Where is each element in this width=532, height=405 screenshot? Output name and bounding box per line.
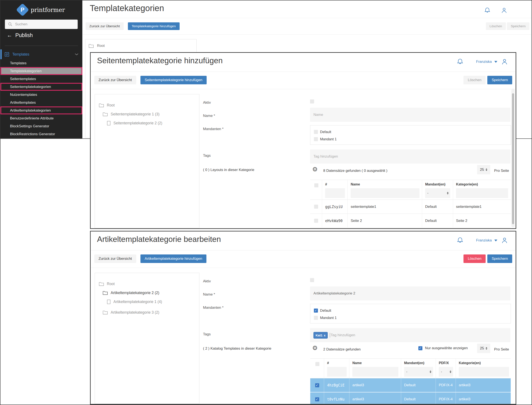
user-icon[interactable] [500,7,508,14]
sidebar-item-artikeltemplates[interactable]: Artikeltemplates [0,99,82,107]
sidebar-item-artikeltemplatekategorien[interactable]: Artikeltemplatekategorien [0,107,82,114]
column-header-id[interactable]: # [325,182,345,186]
name-filter-input[interactable] [351,188,419,198]
tree-item-category1[interactable]: Artikeltemplatekategorie 1 (4) [95,297,199,306]
dropdown-caret-icon[interactable] [494,61,497,63]
chevron-down-icon[interactable] [75,53,79,56]
add-templatecategory-button[interactable]: Templatekategorie hinzufügen [128,22,180,30]
sidebar-section-templates[interactable]: Templates [0,49,82,59]
dropdown-caret-icon[interactable] [494,240,497,242]
aktiv-checkbox[interactable] [310,99,314,103]
tags-input[interactable]: Kat1 x Tag hinzufügen [310,328,510,342]
kategorie-filter-input[interactable] [456,188,508,198]
name-filter-input[interactable] [352,367,398,377]
save-button[interactable]: Speichern [507,22,529,30]
user-icon[interactable] [501,58,508,66]
row-checkbox[interactable] [314,219,318,223]
id-filter-input[interactable] [325,188,345,198]
mandant-option-default[interactable]: Default [314,128,511,135]
table-row[interactable]: ggLZsyiU seitentemplate1 Default seitent… [310,200,511,214]
aktiv-checkbox[interactable] [310,278,314,282]
mandant-1-checkbox[interactable] [314,316,318,320]
sidebar-item-templatekategorien[interactable]: Templatekategorien [0,67,82,75]
gear-icon[interactable] [312,166,318,173]
back-to-overview-button[interactable]: Zurück zur Übersicht [94,76,136,84]
per-page-select[interactable]: 25 [477,344,490,353]
category-tree-panel: Root Artikeltemplatekategorie 2 (2) Arti… [95,273,200,404]
column-header-name[interactable]: Name [351,182,419,186]
column-header-kategorie[interactable]: Kategorie(en) [459,361,509,365]
delete-button[interactable]: Löschen [464,76,485,84]
back-to-overview-button[interactable]: Zurück zur Übersicht [86,22,124,30]
mandant-option-mandant1[interactable]: Mandant 1 [314,135,511,143]
pdfx-filter-select[interactable]: - [439,367,453,377]
mandant-option-default[interactable]: Default [314,307,511,314]
gear-icon[interactable] [312,344,318,351]
sidebar-item-blocksettings-generator[interactable]: BlockSettings Generator [0,122,82,130]
tree-item-category3[interactable]: Artikeltemplatekategorie 3 (2) [95,308,199,317]
column-header-mandant[interactable]: Mandant(en) [404,361,433,365]
user-name[interactable]: Franziska [476,60,492,64]
column-header-kategorie[interactable]: Kategorie(en) [456,182,508,186]
sidebar-search-input[interactable]: Suchen [5,20,78,29]
sidebar-item-nutzentemplates[interactable]: Nutzentemplates [0,91,82,99]
scrollbar-thumb[interactable] [512,93,514,224]
save-button[interactable]: Speichern [487,76,512,84]
user-icon[interactable] [501,236,508,244]
notifications-bell-icon[interactable] [456,58,464,65]
sidebar-item-blockrestrictions-generator[interactable]: BlockRestrictions Generator [0,130,82,138]
only-selected-checkbox[interactable] [418,346,422,350]
mandant-filter-select[interactable]: - [425,188,450,198]
row-checkbox[interactable] [315,397,319,401]
mandant-filter-select[interactable]: - [404,367,433,377]
sidebar-item-templates[interactable]: Templates [0,59,82,67]
save-button[interactable]: Speichern [487,255,512,263]
id-filter-input[interactable] [327,367,347,377]
tree-item-category2-selected[interactable]: Artikeltemplatekategorie 2 (2) [95,288,199,297]
kategorie-filter-input[interactable] [459,367,509,377]
tag-chip-kat1[interactable]: Kat1 x [313,332,328,338]
column-header-id[interactable]: # [327,361,347,365]
notifications-bell-icon[interactable] [484,7,491,14]
column-header-mandant[interactable]: Mandant(en) [425,182,450,186]
tree-item-category1[interactable]: Seitentemplatekategorie 1 (3) [95,110,199,119]
name-input[interactable]: Artikeltemplatekategorie 2 [310,286,510,300]
table-row-selected[interactable]: 4hzBgCiE artikel3 Default PDF/X-4 artike… [310,378,511,392]
add-artikeltemplatekategorie-button[interactable]: Artikeltemplatekategorie hinzufügen [140,255,206,263]
table-row[interactable]: eHvkWa90 Seite 2 Default Seite 2 [310,214,511,228]
column-header-name[interactable]: Name [352,361,398,365]
sidebar-item-seitentemplates[interactable]: Seitentemplates [0,75,82,83]
tags-input[interactable]: Tag hinzufügen [310,149,510,163]
row-name: Seite 2 [347,214,422,228]
scrollbar[interactable] [511,88,515,227]
row-checkbox[interactable] [314,205,318,209]
per-page-select[interactable]: 25 [477,165,490,174]
mandant-option-mandant1[interactable]: Mandant 1 [314,314,511,321]
sidebar-item-benutzerdefinierte-attribute[interactable]: Benutzerdefinierte Attribute [0,114,82,122]
column-header-pdfx[interactable]: PDF/X [439,361,453,365]
select-all-checkbox[interactable] [314,183,318,187]
sidebar-item-seitentemplatekategorien[interactable]: Seitentemplatekategorien [0,83,82,91]
delete-button[interactable]: Löschen [486,22,506,30]
table-row-selected[interactable]: t0vfLnNu artikel3 Default PDF/X-4 artike… [310,392,511,405]
mandant-1-checkbox[interactable] [314,137,318,141]
tag-remove-icon[interactable]: x [324,333,326,337]
sidebar-back-publish[interactable]: ← Publish [7,32,33,39]
tree-item-category2[interactable]: Seitentemplatekategorie 2 (2) [95,119,199,128]
name-input[interactable]: Name [310,108,510,122]
tree-item-root[interactable]: Root [95,279,199,288]
add-seitentemplatekategorie-button[interactable]: Seitentemplatekategorie hinzufügen [140,76,207,84]
select-all-checkbox[interactable] [315,362,319,366]
only-selected-toggle[interactable]: Nur ausgewählte anzeigen [418,346,468,350]
notifications-bell-icon[interactable] [456,237,464,244]
mandant-default-checkbox[interactable] [314,130,318,134]
row-checkbox[interactable] [315,383,319,387]
user-name[interactable]: Franziska [476,238,492,243]
printformer-logo-icon: P [16,3,29,16]
tag-chip-label: Kat1 [316,333,323,337]
mandant-default-checkbox[interactable] [314,309,318,313]
tree-item-root[interactable]: Root [85,39,196,48]
tree-item-root[interactable]: Root [95,101,199,110]
delete-button[interactable]: Löschen [464,255,485,263]
back-to-overview-button[interactable]: Zurück zur Übersicht [94,255,136,263]
